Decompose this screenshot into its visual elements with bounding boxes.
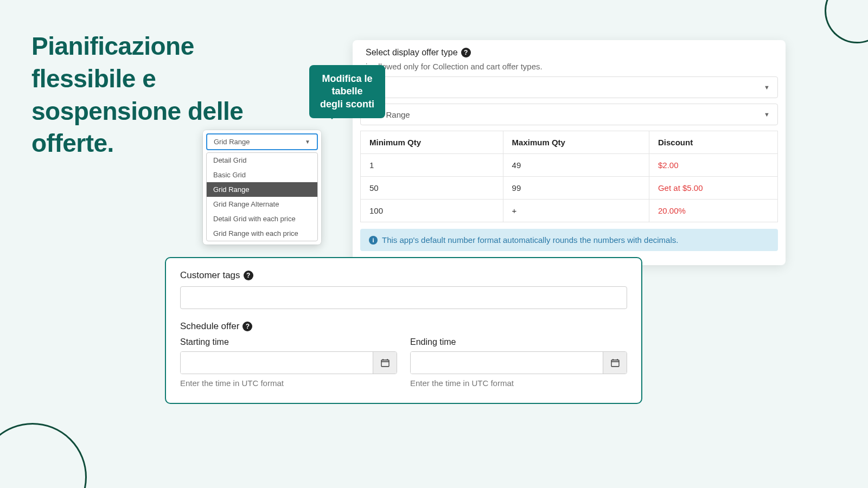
starting-time-col: Starting time Enter the time in UTC form… [180,337,397,388]
info-text: This app's default number format automat… [382,235,678,245]
col-max-qty: Maximum Qty [503,131,649,154]
tooltip-bubble: Modifica le tabelle degli sconti [309,65,385,118]
customer-tags-label: Customer tags ? [180,270,627,281]
col-min-qty: Minimum Qty [361,131,503,154]
dropdown-selected[interactable]: Grid Range ▼ [206,133,318,150]
offer-type-hint: is allowed only for Collection and cart … [353,57,786,76]
decorative-arc [825,0,868,43]
help-icon[interactable]: ? [242,322,252,331]
chevron-down-icon: ▼ [305,139,310,145]
cell-min: 50 [361,177,503,200]
help-icon[interactable]: ? [461,48,471,57]
schedule-offer-label: Schedule offer ? [180,321,627,332]
ending-time-group [410,351,627,374]
ending-time-hint: Enter the time in UTC format [410,378,627,388]
info-icon: i [369,236,378,245]
info-banner: i This app's default number format autom… [360,229,778,251]
dropdown-selected-label: Grid Range [214,138,250,146]
cell-max: 49 [503,154,649,177]
offer-type-select-1[interactable]: ▼ [360,76,778,98]
table-row: 5099Get at $5.00 [361,177,778,200]
cell-discount: $2.00 [649,154,777,177]
table-header-row: Minimum Qty Maximum Qty Discount [361,131,778,154]
ending-time-input[interactable] [411,352,603,374]
schedule-offer-label-text: Schedule offer [180,321,239,332]
table-row: 149$2.00 [361,154,778,177]
offer-type-title-text: Select display offer type [366,48,458,57]
cell-discount: Get at $5.00 [649,177,777,200]
dropdown-options: Detail GridBasic GridGrid RangeGrid Rang… [206,152,318,241]
calendar-icon[interactable] [373,352,397,374]
discount-table: Minimum Qty Maximum Qty Discount 149$2.0… [360,131,778,222]
calendar-icon[interactable] [603,352,627,374]
schedule-card: Customer tags ? Schedule offer ? Startin… [165,257,642,404]
offer-type-title: Select display offer type ? [353,48,786,57]
cell-min: 1 [361,154,503,177]
ending-time-label: Ending time [410,337,627,347]
starting-time-input[interactable] [181,352,373,374]
grid-range-dropdown[interactable]: Grid Range ▼ Detail GridBasic GridGrid R… [203,130,321,245]
ending-time-col: Ending time Enter the time in UTC format [410,337,627,388]
help-icon[interactable]: ? [244,271,253,280]
dropdown-option[interactable]: Grid Range with each price [207,226,317,241]
customer-tags-input[interactable] [180,286,627,309]
chevron-down-icon: ▼ [764,111,770,118]
cell-discount: 20.00% [649,200,777,222]
svg-rect-0 [381,360,389,367]
dropdown-option[interactable]: Detail Grid [207,153,317,168]
customer-tags-label-text: Customer tags [180,270,240,281]
cell-max: 99 [503,177,649,200]
starting-time-label: Starting time [180,337,397,347]
table-row: 100+20.00% [361,200,778,222]
dropdown-option[interactable]: Detail Grid with each price [207,211,317,226]
decorative-circle [0,423,87,488]
cell-min: 100 [361,200,503,222]
dropdown-option[interactable]: Grid Range [207,182,317,197]
offer-type-card: Select display offer type ? is allowed o… [353,40,786,265]
dropdown-option[interactable]: Grid Range Alternate [207,197,317,211]
svg-rect-4 [611,360,619,367]
chevron-down-icon: ▼ [764,84,770,91]
starting-time-group [180,351,397,374]
starting-time-hint: Enter the time in UTC format [180,378,397,388]
cell-max: + [503,200,649,222]
dropdown-option[interactable]: Basic Grid [207,168,317,182]
col-discount: Discount [649,131,777,154]
offer-type-select-2[interactable]: Grid Range ▼ [360,104,778,125]
